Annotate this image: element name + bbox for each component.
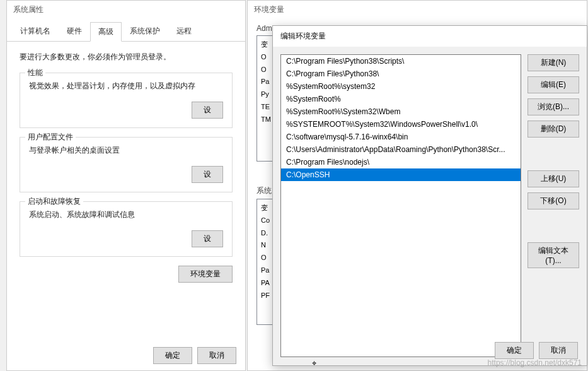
sysprops-intro: 要进行大多数更改，你必须作为管理员登录。 — [20, 52, 233, 62]
sysprops-body: 要进行大多数更改，你必须作为管理员登录。 性能 视觉效果，处理器计划，内存使用，… — [7, 42, 245, 293]
delete-button[interactable]: 删除(D) — [527, 121, 579, 138]
path-item[interactable]: C:\OpenSSH — [281, 168, 521, 181]
tab-remote[interactable]: 远程 — [168, 21, 200, 41]
path-item[interactable]: C:\Program Files\Python38\Scripts\ — [281, 55, 521, 68]
system-properties-window: 系统属性 计算机名 硬件 高级 系统保护 远程 要进行大多数更改，你必须作为管理… — [6, 0, 246, 371]
path-item[interactable]: %SystemRoot%\System32\Wbem — [281, 105, 521, 118]
envvars-title: 环境变量 — [248, 1, 587, 19]
group-performance: 性能 视觉效果，处理器计划，内存使用，以及虚拟内存 设 — [20, 73, 233, 128]
editenv-cancel-button[interactable]: 取消 — [539, 342, 578, 359]
tab-system-protection[interactable]: 系统保护 — [122, 21, 168, 41]
tab-hardware[interactable]: 硬件 — [59, 21, 90, 41]
path-list[interactable]: C:\Program Files\Python38\Scripts\C:\Pro… — [280, 54, 521, 357]
path-item[interactable]: C:\Program Files\Python38\ — [281, 68, 521, 80]
sysprops-cancel-button[interactable]: 取消 — [197, 347, 236, 364]
editenv-title: 编辑环境变量 — [273, 26, 587, 47]
group-startup-recovery: 启动和故障恢复 系统启动、系统故障和调试信息 设 — [20, 201, 233, 257]
group-user-profile: 用户配置文件 与登录帐户相关的桌面设置 设 — [20, 137, 233, 192]
path-item[interactable]: %SystemRoot% — [281, 93, 521, 105]
move-down-button[interactable]: 下移(O) — [527, 192, 579, 209]
path-item[interactable]: %SYSTEMROOT%\System32\WindowsPowerShell\… — [281, 118, 521, 131]
path-item[interactable]: %SystemRoot%\system32 — [281, 80, 521, 93]
sysprops-tabs: 计算机名 硬件 高级 系统保护 远程 — [7, 21, 245, 42]
group-user-profile-title: 用户配置文件 — [25, 132, 76, 143]
path-item[interactable]: C:\Program Files\nodejs\ — [281, 156, 521, 168]
user-profile-settings-button[interactable]: 设 — [192, 166, 223, 183]
tab-computer-name[interactable]: 计算机名 — [12, 21, 59, 41]
move-up-button[interactable]: 上移(U) — [527, 170, 579, 187]
sysprops-ok-button[interactable]: 确定 — [153, 347, 192, 364]
tab-advanced[interactable]: 高级 — [90, 22, 122, 42]
group-startup-desc: 系统启动、系统故障和调试信息 — [29, 209, 223, 220]
group-performance-title: 性能 — [25, 68, 45, 78]
edit-text-button[interactable]: 编辑文本(T)... — [527, 242, 579, 268]
group-startup-title: 启动和故障恢复 — [25, 196, 83, 207]
edit-env-variable-dialog: 编辑环境变量 C:\Program Files\Python38\Scripts… — [272, 25, 587, 366]
sysprops-title: 系统属性 — [7, 1, 245, 19]
performance-settings-button[interactable]: 设 — [192, 102, 223, 119]
browse-button[interactable]: 浏览(B)... — [527, 98, 579, 115]
new-button[interactable]: 新建(N) — [527, 54, 579, 71]
editenv-side-buttons: 新建(N) 编辑(E) 浏览(B)... 删除(D) 上移(U) 下移(O) 编… — [527, 54, 579, 357]
edit-button[interactable]: 编辑(E) — [527, 76, 579, 93]
group-user-profile-desc: 与登录帐户相关的桌面设置 — [29, 145, 223, 156]
group-performance-desc: 视觉效果，处理器计划，内存使用，以及虚拟内存 — [29, 81, 223, 91]
path-item[interactable]: C:\software\mysql-5.7.16-winx64\bin — [281, 131, 521, 143]
path-item[interactable]: C:\Users\Administrator\AppData\Roaming\P… — [281, 143, 521, 156]
editenv-ok-button[interactable]: 确定 — [495, 342, 534, 359]
startup-settings-button[interactable]: 设 — [192, 230, 223, 247]
environment-variables-button[interactable]: 环境变量 — [178, 266, 233, 283]
